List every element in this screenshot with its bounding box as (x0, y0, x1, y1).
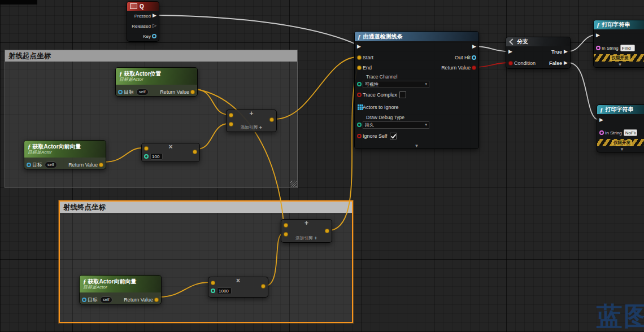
released-exec-pin[interactable]: ▷ (153, 23, 156, 28)
comment-title[interactable]: 射线终点坐标 (60, 202, 352, 213)
get-forward-vector-header[interactable]: ƒ获取Actor向前向量 目标是Actor (24, 141, 106, 158)
trace-channel-pin[interactable] (357, 82, 362, 86)
print-string-header[interactable]: ƒ 打印字符串 (597, 105, 644, 114)
exec-in-pin[interactable]: ▶ (599, 117, 603, 123)
float-input-pin[interactable] (211, 289, 215, 293)
vector-input-pin[interactable] (144, 146, 149, 151)
function-icon: ƒ (600, 106, 603, 113)
wire-exec-true-to-print1 (568, 35, 595, 51)
add-icon: + (304, 220, 308, 227)
wire-exec-trace-to-branch (475, 46, 508, 51)
add-pin-button[interactable]: 添加引脚 + (227, 125, 276, 130)
start-pin[interactable] (357, 55, 362, 60)
exec-in-pin[interactable]: ▶ (596, 33, 600, 38)
development-only-banner: 仅限开发 (597, 139, 644, 146)
return-value-pin[interactable] (472, 65, 476, 70)
out-hit-pin[interactable] (472, 55, 476, 60)
multiply-icon: × (236, 277, 240, 285)
ignore-self-checkbox[interactable] (390, 133, 397, 139)
true-exec-pin[interactable]: ▶ (564, 49, 568, 54)
node-multiply-1000[interactable]: × (208, 277, 268, 298)
comment-title[interactable]: 射线起点坐标 (5, 50, 297, 62)
target-pin[interactable] (27, 163, 31, 167)
target-self-value[interactable]: self (100, 296, 112, 303)
branch-header[interactable]: 分支 (506, 37, 570, 46)
node-get-actor-forward-vector-2[interactable]: ƒ获取Actor向前向量 目标是Actor 目标 self Return Val… (79, 275, 162, 304)
node-key-event-q[interactable]: Q Pressed ▶ Released ▷ Key (127, 1, 159, 42)
node-multiply-100[interactable]: × (141, 143, 200, 162)
wire-return-to-condition (475, 63, 509, 67)
in-string-value-input[interactable] (624, 129, 637, 136)
exec-in-pin[interactable]: ▶ (357, 44, 361, 49)
vector-input-pin-a[interactable] (229, 113, 233, 117)
return-value-pin[interactable] (154, 298, 159, 302)
false-exec-pin[interactable]: ▶ (564, 60, 568, 65)
collapse-arrow-icon[interactable]: ▼ (597, 146, 644, 153)
node-get-actor-location[interactable]: ƒ获取Actor位置 目标是Actor 目标 self Return Value (115, 67, 198, 97)
float-input-pin[interactable] (144, 154, 149, 159)
get-forward-vector-header[interactable]: ƒ获取Actor向前向量 目标是Actor (80, 276, 161, 292)
add-pin-label: 添加引脚 (241, 125, 258, 130)
line-trace-header[interactable]: ƒ 由通道检测线条 (355, 32, 478, 41)
return-value-pin[interactable] (99, 163, 103, 167)
function-icon: ƒ (597, 21, 600, 28)
node-print-string-2[interactable]: ƒ 打印字符串 ▶ In String 仅限开发 ▼ (597, 104, 644, 152)
key-struct-pin[interactable] (152, 34, 156, 38)
node-get-actor-forward-vector-1[interactable]: ƒ获取Actor向前向量 目标是Actor 目标 self Return Val… (24, 140, 106, 169)
exec-in-pin[interactable]: ▶ (508, 49, 512, 54)
trace-channel-dropdown[interactable]: 可视性 ▾ (363, 81, 429, 88)
development-only-banner: 仅限开发 (594, 54, 644, 62)
trace-complex-checkbox[interactable] (399, 91, 406, 98)
target-label: 目标 (124, 89, 134, 96)
vector-input-pin-a[interactable] (284, 223, 288, 228)
vector-input-pin[interactable] (211, 281, 215, 285)
vector-output-pin[interactable] (325, 229, 329, 233)
key-event-header[interactable]: Q (127, 2, 159, 11)
draw-debug-type-dropdown[interactable]: 持久 ▾ (363, 121, 429, 129)
key-event-title: Q (140, 3, 144, 10)
multiplier-value-input[interactable] (217, 287, 232, 294)
node-print-string-1[interactable]: ƒ 打印字符串 ▶ In String 仅限开发 ▼ (593, 20, 644, 68)
multiplier-value-input[interactable] (150, 153, 163, 160)
target-label: 目标 (32, 161, 42, 169)
ignore-self-pin[interactable] (357, 134, 362, 138)
node-add-vectors-1[interactable]: + 添加引脚 + (226, 110, 277, 132)
draw-debug-type-label: Draw Debug Type (355, 113, 478, 120)
blueprint-graph-canvas[interactable]: 射线起点坐标 射线终点坐标 蓝图 Q Pressed ▶ Released (0, 0, 644, 332)
actors-to-ignore-array-pin[interactable] (358, 104, 359, 106)
collapse-arrow-icon[interactable]: ▼ (355, 143, 478, 150)
node-subtitle: 目标是Actor (119, 77, 143, 82)
in-string-pin[interactable] (596, 46, 601, 50)
draw-debug-type-pin[interactable] (357, 123, 362, 127)
vector-output-pin[interactable] (269, 117, 274, 122)
vector-output-pin[interactable] (193, 150, 197, 154)
chevron-down-icon: ▾ (425, 82, 427, 86)
out-hit-label: Out Hit (455, 55, 471, 60)
vector-output-pin[interactable] (261, 284, 266, 289)
target-self-value[interactable]: self (45, 161, 57, 168)
exec-out-pin[interactable]: ▶ (472, 44, 476, 49)
comment-resize-handle[interactable] (290, 181, 297, 187)
get-actor-location-header[interactable]: ƒ获取Actor位置 目标是Actor (116, 68, 197, 85)
return-value-pin[interactable] (190, 90, 195, 94)
wire-exec-pressed-to-trace (158, 15, 358, 45)
plus-icon: + (259, 125, 262, 130)
in-string-pin[interactable] (599, 130, 604, 135)
false-label: False (549, 60, 562, 66)
target-pin[interactable] (118, 90, 123, 94)
print-string-header[interactable]: ƒ 打印字符串 (594, 20, 644, 29)
target-self-value[interactable]: self (136, 89, 149, 95)
end-pin[interactable] (357, 65, 362, 70)
start-label: Start (363, 55, 373, 60)
pressed-exec-pin[interactable]: ▶ (153, 13, 156, 18)
wire-exec-false-to-print2 (568, 63, 599, 120)
add-pin-button[interactable]: 添加引脚 + (281, 235, 332, 241)
condition-pin[interactable] (508, 61, 513, 65)
target-pin[interactable] (82, 298, 86, 302)
node-branch[interactable]: 分支 ▶ True ▶ Condition False ▶ (506, 37, 571, 69)
node-add-vectors-2[interactable]: + 添加引脚 + (281, 219, 332, 243)
trace-complex-pin[interactable] (357, 93, 362, 97)
node-line-trace-by-channel[interactable]: ƒ 由通道检测线条 ▶ ▶ Start Out Hit End Return V… (354, 31, 479, 149)
collapse-arrow-icon[interactable]: ▼ (594, 62, 644, 68)
in-string-value-input[interactable] (620, 45, 635, 51)
